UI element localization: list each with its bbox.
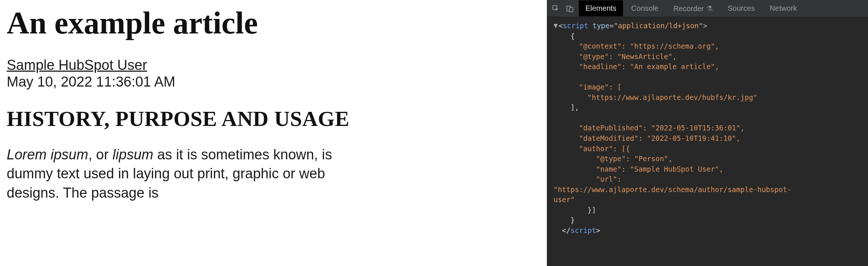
tab-sources[interactable]: Sources	[721, 0, 761, 16]
twisty-icon[interactable]: ▼	[554, 20, 558, 31]
devtools-toolbar: Elements Console Recorder⚗ Sources Netwo…	[547, 0, 868, 17]
author-link[interactable]: Sample HubSpot User	[7, 57, 147, 73]
tab-console[interactable]: Console	[624, 0, 665, 16]
article-title: An example article	[7, 7, 540, 39]
tab-network[interactable]: Network	[763, 0, 803, 16]
article-body: Lorem ipsum, or lipsum as it is sometime…	[7, 145, 341, 202]
svg-rect-2	[570, 7, 573, 12]
elements-panel[interactable]: ▼<script type="application/ld+json"> { "…	[547, 17, 868, 266]
dom-tree[interactable]: ▼<script type="application/ld+json"> { "…	[554, 21, 865, 236]
body-italic-1: Lorem ipsum	[7, 147, 88, 162]
device-toggle-icon[interactable]	[565, 3, 575, 14]
tab-recorder[interactable]: Recorder⚗	[667, 0, 719, 17]
tab-elements[interactable]: Elements	[579, 0, 623, 16]
section-heading: HISTORY, PURPOSE AND USAGE	[7, 106, 540, 131]
inspect-icon[interactable]	[551, 3, 561, 14]
body-mid-1: , or	[88, 147, 112, 162]
devtools-pane: Elements Console Recorder⚗ Sources Netwo…	[547, 0, 868, 266]
body-italic-2: lipsum	[112, 147, 153, 162]
publish-date: May 10, 2022 11:36:01 AM	[7, 74, 540, 90]
tab-recorder-label: Recorder	[673, 4, 704, 13]
article-pane: An example article Sample HubSpot User M…	[0, 0, 547, 266]
flask-icon: ⚗	[706, 4, 713, 13]
